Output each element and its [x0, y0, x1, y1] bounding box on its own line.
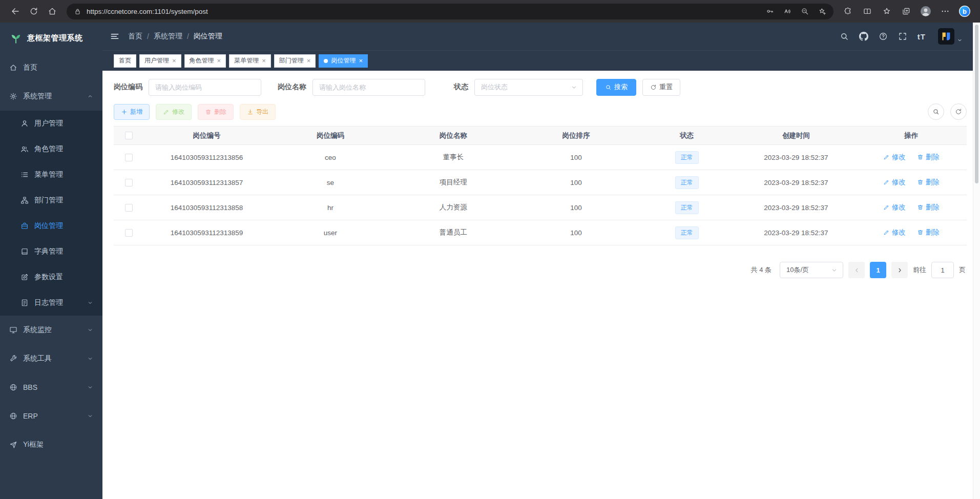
sidebar-item-home[interactable]: 首页	[0, 53, 102, 82]
address-bar[interactable]: https://ccnetcore.com:1101/system/post	[67, 4, 833, 19]
read-aloud-icon[interactable]	[783, 7, 791, 15]
browser-profile-button[interactable]	[916, 3, 935, 20]
sidebar-item-post-management[interactable]: 岗位管理	[0, 213, 102, 239]
search-icon[interactable]	[840, 32, 849, 41]
close-icon[interactable]: ×	[262, 57, 266, 64]
prev-page-button[interactable]	[848, 262, 865, 278]
sidebar-item-param-settings[interactable]: 参数设置	[0, 264, 102, 290]
browser-home-button[interactable]	[43, 3, 61, 20]
refresh-table-button[interactable]	[950, 103, 967, 120]
scrollbar-thumb[interactable]	[975, 25, 978, 183]
post-name-input[interactable]	[312, 79, 425, 96]
user-menu[interactable]	[938, 28, 963, 45]
row-edit-link[interactable]: 修改	[883, 203, 906, 212]
menu-label: 字典管理	[34, 247, 63, 256]
tab-role-management[interactable]: 角色管理 ×	[184, 54, 226, 68]
sidebar-item-menu-management[interactable]: 菜单管理	[0, 162, 102, 188]
row-checkbox[interactable]	[125, 204, 133, 212]
download-icon	[247, 109, 254, 115]
fullscreen-icon[interactable]	[898, 32, 907, 41]
tab-user-management[interactable]: 用户管理 ×	[139, 54, 181, 68]
chevron-down-icon	[87, 413, 93, 419]
close-icon[interactable]: ×	[172, 57, 176, 64]
sidebar-item-system-management[interactable]: 系统管理	[0, 82, 102, 111]
export-button[interactable]: 导出	[240, 104, 276, 120]
toggle-search-button[interactable]	[928, 103, 944, 120]
post-code-input[interactable]	[149, 79, 261, 96]
bing-discover-button[interactable]: b	[955, 3, 974, 20]
zoom-out-icon[interactable]	[801, 7, 809, 15]
svg-text:b: b	[963, 8, 967, 15]
row-checkbox[interactable]	[125, 179, 133, 186]
goto-page-input[interactable]	[931, 262, 954, 278]
table-row[interactable]: 1641030593112313859 user 普通员工 100 正常 202…	[114, 220, 967, 245]
password-key-icon[interactable]	[766, 7, 774, 15]
tab-post-management[interactable]: 岗位管理 ×	[319, 54, 368, 68]
table-row[interactable]: 1641030593112313857 se 项目经理 100 正常 2023-…	[114, 170, 967, 195]
sidebar-item-dept-management[interactable]: 部门管理	[0, 188, 102, 213]
row-delete-link[interactable]: 删除	[917, 153, 940, 162]
row-delete-link[interactable]: 删除	[917, 203, 940, 212]
caret-down-icon	[957, 37, 963, 43]
browser-menu-button[interactable]	[936, 3, 954, 20]
status-select[interactable]: 岗位状态	[474, 79, 583, 96]
edit-button[interactable]: 修改	[156, 104, 192, 120]
sidebar-item-erp[interactable]: ERP	[0, 402, 102, 430]
sidebar-toggle[interactable]	[110, 31, 120, 41]
sidebar-item-system-tools[interactable]: 系统工具	[0, 344, 102, 373]
split-screen-button[interactable]	[858, 3, 877, 20]
sidebar-item-log-management[interactable]: 日志管理	[0, 290, 102, 316]
table-row[interactable]: 1641030593112313858 hr 人力资源 100 正常 2023-…	[114, 195, 967, 220]
sidebar-item-system-monitor[interactable]: 系统监控	[0, 316, 102, 344]
page-size-select[interactable]: 10条/页	[780, 262, 843, 278]
menu-label: 部门管理	[34, 196, 63, 205]
row-edit-link[interactable]: 修改	[883, 178, 906, 187]
browser-refresh-button[interactable]	[25, 3, 43, 20]
row-edit-link[interactable]: 修改	[883, 228, 906, 237]
tab-home[interactable]: 首页	[114, 54, 136, 68]
menu-label: 首页	[23, 63, 37, 72]
chevron-down-icon	[831, 267, 838, 274]
sidebar-item-yi-framework[interactable]: Yi框架	[0, 430, 102, 459]
close-icon[interactable]: ×	[359, 57, 363, 64]
page-scrollbar[interactable]	[973, 23, 980, 499]
trash-icon	[917, 179, 924, 185]
url-text[interactable]: https://ccnetcore.com:1101/system/post	[87, 8, 766, 15]
sidebar-item-bbs[interactable]: BBS	[0, 373, 102, 402]
book-icon	[20, 247, 29, 256]
breadcrumb-home[interactable]: 首页	[128, 32, 142, 41]
navbar-actions: tT	[840, 28, 963, 45]
delete-button[interactable]: 删除	[198, 104, 234, 120]
extensions-button[interactable]	[839, 3, 857, 20]
tab-dept-management[interactable]: 部门管理 ×	[274, 54, 316, 68]
close-icon[interactable]: ×	[217, 57, 221, 64]
sidebar-item-user-management[interactable]: 用户管理	[0, 111, 102, 136]
favorites-button[interactable]	[878, 3, 896, 20]
row-delete-link[interactable]: 删除	[917, 178, 940, 187]
row-edit-label: 修改	[892, 228, 906, 237]
page-1-button[interactable]: 1	[870, 262, 886, 278]
sidebar-item-dict-management[interactable]: 字典管理	[0, 239, 102, 264]
help-icon[interactable]	[879, 32, 888, 41]
reset-button[interactable]: 重置	[642, 79, 680, 96]
add-favorite-icon[interactable]	[818, 7, 826, 15]
collections-button[interactable]	[897, 3, 915, 20]
sidebar-item-role-management[interactable]: 角色管理	[0, 136, 102, 162]
close-icon[interactable]: ×	[307, 57, 311, 64]
row-checkbox[interactable]	[125, 154, 133, 161]
select-all-checkbox[interactable]	[125, 132, 133, 139]
browser-back-button[interactable]	[6, 3, 25, 20]
row-edit-link[interactable]: 修改	[883, 153, 906, 162]
table-row[interactable]: 1641030593112313856 ceo 董事长 100 正常 2023-…	[114, 145, 967, 170]
row-checkbox[interactable]	[125, 229, 133, 237]
github-icon[interactable]	[859, 32, 868, 41]
row-delete-link[interactable]: 删除	[917, 228, 940, 237]
site-lock-icon[interactable]	[74, 8, 81, 15]
search-button[interactable]: 搜索	[596, 79, 636, 96]
font-size-icon[interactable]: tT	[918, 32, 926, 41]
user-avatar[interactable]	[938, 28, 954, 45]
tab-menu-management[interactable]: 菜单管理 ×	[229, 54, 271, 68]
add-button[interactable]: 新增	[114, 104, 150, 120]
next-page-button[interactable]	[891, 262, 908, 278]
breadcrumb-system[interactable]: 系统管理	[154, 32, 182, 41]
